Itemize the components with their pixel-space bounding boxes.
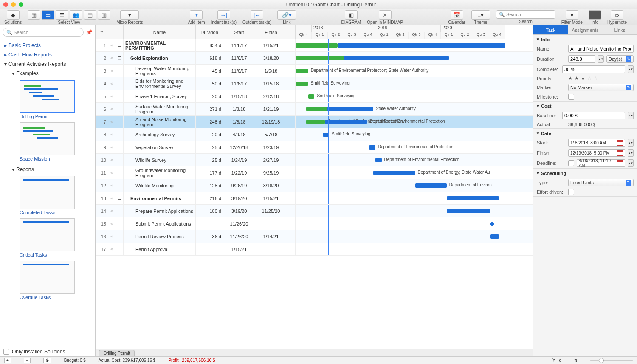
gantt-bar[interactable]: [447, 196, 499, 200]
task-start[interactable]: 1/8/18: [223, 103, 255, 115]
expand-icon[interactable]: [116, 166, 124, 179]
task-start[interactable]: 1/24/19: [223, 154, 255, 166]
task-duration[interactable]: 20 d: [196, 128, 223, 141]
col-num[interactable]: #: [96, 25, 108, 39]
link-icon[interactable]: ⟡: [108, 230, 116, 243]
task-row[interactable]: 1 ⟡ ⊟ ENVIRONMENTAL PERMITTING 834 d 11/…: [96, 39, 533, 52]
task-start[interactable]: 11/26/20: [223, 217, 255, 230]
task-row[interactable]: 10 ⟡ Wildlife Survey 25 d 1/24/19 2/27/1…: [96, 154, 533, 166]
timeline-cell[interactable]: Department of Environmental Protection: [296, 154, 533, 166]
tab-task[interactable]: Task: [533, 25, 568, 35]
col-finish[interactable]: Finish: [255, 25, 287, 39]
task-duration[interactable]: 618 d: [196, 52, 223, 64]
remove-row-button[interactable]: −: [24, 358, 31, 363]
sidebar-item-basic-projects[interactable]: ▸Basic Projects: [4, 41, 91, 50]
task-row[interactable]: 5 ⟡ Phase 1 Environ, Survey 20 d 1/15/18…: [96, 90, 533, 103]
section-scheduling[interactable]: ▾Scheduling: [533, 169, 637, 178]
timeline-cell[interactable]: Smithfield Surveying: [296, 90, 533, 102]
col-name[interactable]: Name: [124, 25, 196, 39]
timeline-cell[interactable]: [296, 52, 533, 64]
task-name[interactable]: Bids for Monitoring and Environmental Su…: [124, 77, 196, 90]
expand-icon[interactable]: [116, 154, 124, 166]
task-start[interactable]: 1/15/21: [223, 243, 255, 255]
expand-icon[interactable]: [116, 217, 124, 230]
task-finish[interactable]: 1/15/21: [255, 39, 287, 51]
task-row[interactable]: 16 ⟡ Permit Review Process 36 d 11/26/20…: [96, 230, 533, 243]
thumb-space-mission[interactable]: Space Mission: [20, 122, 91, 161]
finish-stepper[interactable]: ▲▼: [628, 149, 634, 157]
view-btn-2[interactable]: ▭: [42, 10, 54, 20]
task-name[interactable]: Permit Approval: [124, 243, 196, 255]
task-finish[interactable]: [255, 243, 287, 255]
expand-icon[interactable]: [116, 103, 124, 115]
expand-icon[interactable]: ⊟: [116, 52, 124, 64]
task-start[interactable]: 11/26/20: [223, 230, 255, 243]
task-start[interactable]: 3/19/20: [223, 205, 255, 217]
sheet-tab-drilling[interactable]: Drilling Permit: [99, 350, 135, 356]
task-duration[interactable]: 36 d: [196, 230, 223, 243]
diagram-button[interactable]: ◧: [345, 10, 358, 20]
expand-icon[interactable]: [116, 205, 124, 217]
expand-icon[interactable]: [116, 77, 124, 90]
sidebar-examples[interactable]: ▾Examples: [12, 69, 91, 78]
link-icon[interactable]: ⟡: [108, 90, 116, 102]
link-icon[interactable]: ⟡: [108, 65, 116, 77]
task-duration[interactable]: 248 d: [196, 116, 223, 128]
micro-reports-button[interactable]: ▾: [120, 10, 139, 20]
sidebar-item-cash-flow[interactable]: ▸Cash Flow Reports: [4, 50, 91, 59]
duration-unit-select[interactable]: Day(s)⇅: [606, 55, 634, 63]
duration-stepper[interactable]: ▲▼: [598, 55, 604, 63]
task-name[interactable]: Prepare Permit Applications: [124, 205, 196, 217]
task-name[interactable]: Groundwater Monitoring Program: [124, 166, 196, 179]
gantt-bar[interactable]: Department of Environmental Protection: [306, 120, 325, 124]
thumb-overdue[interactable]: Overdue Tasks: [20, 261, 91, 300]
task-name[interactable]: Submit Permit Applications: [124, 217, 196, 230]
task-start[interactable]: 1/8/18: [223, 116, 255, 128]
task-finish[interactable]: 1/15/18: [255, 77, 287, 90]
view-btn-1[interactable]: ▦: [28, 10, 40, 20]
indent-button[interactable]: →|: [217, 10, 230, 20]
expand-icon[interactable]: [116, 141, 124, 153]
task-name[interactable]: Air and Noise Monitoring Program: [124, 116, 196, 128]
task-row[interactable]: 4 ⟡ Bids for Monitoring and Environmenta…: [96, 77, 533, 90]
timeline-cell[interactable]: Smithfield Surveying: [296, 77, 533, 90]
timeline-cell[interactable]: [296, 39, 533, 51]
expand-icon[interactable]: [116, 179, 124, 192]
gantt-bar[interactable]: [296, 56, 344, 60]
link-icon[interactable]: ⟡: [108, 128, 116, 141]
task-row[interactable]: 14 ⟡ Prepare Permit Applications 180 d 3…: [96, 205, 533, 217]
link-icon[interactable]: ⟡: [108, 77, 116, 90]
tab-links[interactable]: Links: [603, 25, 637, 35]
task-name[interactable]: Surface Water Monitoring Program: [124, 103, 196, 115]
link-icon[interactable]: ⟡: [108, 166, 116, 179]
maximize-window-icon[interactable]: [19, 2, 23, 7]
task-start[interactable]: 11/6/17: [223, 39, 255, 51]
filter-button[interactable]: ▼: [566, 10, 578, 20]
task-finish[interactable]: 1/5/18: [255, 65, 287, 77]
task-finish[interactable]: 2/27/19: [255, 154, 287, 166]
timeline-cell[interactable]: Department of Environmental Protection; …: [296, 65, 533, 77]
task-start[interactable]: 11/6/17: [223, 77, 255, 90]
section-cost[interactable]: ▾Cost: [533, 102, 637, 110]
link-icon[interactable]: ⟡: [108, 205, 116, 217]
task-duration[interactable]: 50 d: [196, 77, 223, 90]
outdent-button[interactable]: |←: [251, 10, 263, 20]
link-icon[interactable]: ⟡: [108, 39, 116, 51]
link-icon[interactable]: ⟡: [108, 154, 116, 166]
finish-date-field[interactable]: 12/19/2018, 5:00 PM: [568, 149, 625, 157]
theme-button[interactable]: ≡▾: [471, 10, 490, 20]
link-icon[interactable]: ⟡: [108, 192, 116, 204]
link-icon[interactable]: ⟡: [108, 179, 116, 192]
task-row[interactable]: 3 ⟡ Develop Water Monitoring Programs 45…: [96, 65, 533, 77]
task-start[interactable]: 9/26/19: [223, 179, 255, 192]
task-duration[interactable]: 45 d: [196, 65, 223, 77]
timeline-cell[interactable]: [296, 205, 533, 217]
task-row[interactable]: 17 ⟡ Permit Approval 1/15/21: [96, 243, 533, 256]
timeline-cell[interactable]: [296, 243, 533, 255]
task-name[interactable]: ENVIRONMENTAL PERMITTING: [124, 39, 196, 51]
sidebar-reports[interactable]: ▾Reports: [12, 165, 91, 174]
zoom-slider[interactable]: [590, 360, 633, 361]
timeline-cell[interactable]: Department of Environmental Protection: [296, 141, 533, 153]
marker-select[interactable]: No Marker⇅: [568, 84, 634, 91]
col-duration[interactable]: Duration: [196, 25, 223, 39]
